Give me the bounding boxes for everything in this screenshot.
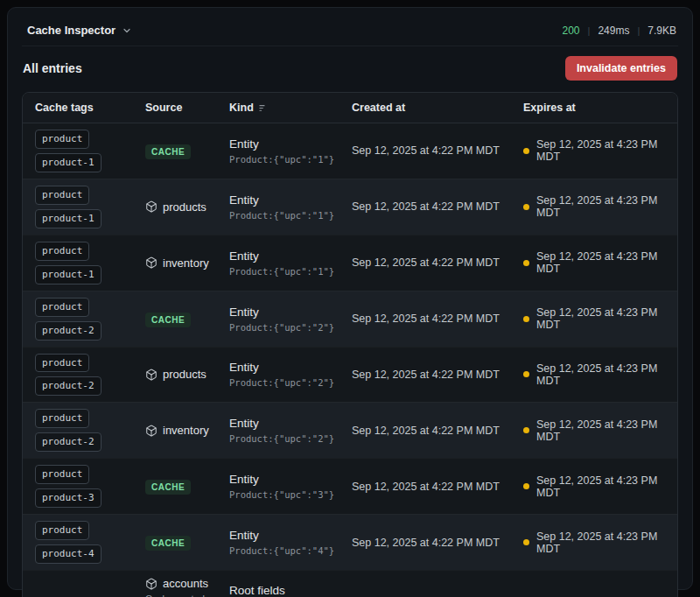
- expiry-dot: [523, 427, 529, 433]
- cache-tag-pill: product: [35, 242, 89, 261]
- created-at-cell: Sep 12, 2025 at 4:22 PM MDT: [352, 425, 523, 437]
- kind-detail: Product:{"upc":"2"}: [229, 377, 345, 388]
- expires-at-value: Sep 12, 2025 at 4:23 PM MDT: [536, 474, 670, 499]
- subgraph-name: products: [163, 368, 206, 381]
- cache-tags-cell: productproduct-1: [23, 242, 145, 284]
- table-row[interactable]: productproduct-1 products Entity Product…: [23, 179, 677, 235]
- subgraph-source: inventory: [145, 424, 222, 437]
- cache-tag-pill: product-2: [35, 321, 102, 341]
- stat-divider: |: [588, 25, 591, 36]
- kind-cell: Entity Product:{"upc":"4"}: [229, 529, 352, 556]
- chevron-down-icon: [122, 25, 132, 36]
- expiry-dot: [523, 148, 529, 154]
- kind-cell: Entity Product:{"upc":"2"}: [229, 417, 352, 444]
- source-cell: CACHE: [145, 311, 229, 327]
- cache-tag-pill: product: [35, 186, 89, 205]
- cache-tags-cell: productproduct-2: [23, 409, 145, 452]
- cache-inspector-dropdown[interactable]: Cache Inspector: [27, 24, 132, 37]
- expires-at-cell: –: [523, 591, 677, 597]
- expires-at-value: Sep 12, 2025 at 4:23 PM MDT: [536, 306, 670, 331]
- kind-label: Root fields: [229, 584, 345, 597]
- expires-at-cell: Sep 12, 2025 at 4:23 PM MDT: [523, 530, 677, 555]
- section-header: All entries Invalidate entries: [22, 56, 678, 81]
- cache-tag-pill: product-3: [35, 488, 102, 508]
- subgraph-icon: [145, 578, 158, 590]
- cache-entries-table: Cache tags Source Kind Created at Expire…: [22, 92, 678, 597]
- cache-tags-cell: productproduct-1: [23, 186, 145, 228]
- column-header-expires-at[interactable]: Expires at: [523, 93, 677, 123]
- kind-cell: Root fields recommendedProducts: [229, 584, 352, 597]
- table-row[interactable]: productproduct-2 products Entity Product…: [23, 347, 677, 403]
- subgraph-source: accounts: [145, 577, 222, 590]
- subgraph-source: products: [145, 200, 222, 214]
- created-at-cell: Sep 12, 2025 at 4:22 PM MDT: [352, 200, 523, 213]
- created-at-cell: Sep 12, 2025 at 4:22 PM MDT: [352, 369, 523, 381]
- expires-at-value: Sep 12, 2025 at 4:23 PM MDT: [536, 530, 670, 555]
- subgraph-name: accounts: [163, 577, 208, 590]
- created-at-cell: Sep 12, 2025 at 4:22 PM MDT: [352, 256, 523, 269]
- source-cell: products: [145, 200, 229, 214]
- column-header-cache-tags[interactable]: Cache tags: [23, 102, 145, 114]
- kind-label: Entity: [229, 249, 345, 263]
- cache-tag-pill: product: [35, 521, 89, 540]
- column-header-created-at[interactable]: Created at: [352, 93, 523, 123]
- table-row[interactable]: productproduct-2 inventory Entity Produc…: [23, 402, 677, 458]
- created-at-value: Sep 12, 2025 at 4:22 PM MDT: [352, 144, 500, 157]
- cache-tag-pill: product-1: [35, 265, 102, 284]
- kind-label: Entity: [229, 137, 345, 151]
- kind-label: Entity: [229, 473, 345, 486]
- kind-cell: Entity Product:{"upc":"1"}: [229, 193, 352, 221]
- subgraph-source: products: [145, 368, 222, 381]
- table-body: productproduct-1 CACHE Entity Product:{"…: [23, 123, 677, 597]
- created-at-value: Sep 12, 2025 at 4:22 PM MDT: [352, 481, 500, 493]
- created-at-value: –: [352, 591, 358, 597]
- table-row[interactable]: productproduct-1 inventory Entity Produc…: [23, 235, 677, 291]
- created-at-cell: Sep 12, 2025 at 4:22 PM MDT: [352, 313, 523, 325]
- source-cell: inventory: [145, 424, 229, 437]
- created-at-cell: –: [352, 591, 523, 597]
- source-cell: CACHE: [145, 143, 229, 159]
- table-row[interactable]: productproduct-1 CACHE Entity Product:{"…: [23, 123, 677, 179]
- response-size: 7.9KB: [648, 25, 676, 37]
- table-row[interactable]: productproduct-3 CACHE Entity Product:{"…: [23, 458, 677, 514]
- invalidate-entries-button[interactable]: Invalidate entries: [565, 56, 677, 81]
- expires-at-value: Sep 12, 2025 at 4:23 PM MDT: [536, 418, 670, 443]
- table-row[interactable]: productproduct-4 CACHE Entity Product:{"…: [23, 514, 677, 570]
- cache-source-badge: CACHE: [145, 480, 191, 495]
- kind-label: Entity: [229, 417, 345, 430]
- expires-at-cell: Sep 12, 2025 at 4:23 PM MDT: [523, 250, 677, 275]
- cache-tags-cell: productproduct-4: [23, 521, 145, 564]
- subgraph-source: inventory: [145, 256, 222, 270]
- created-at-cell: Sep 12, 2025 at 4:22 PM MDT: [352, 537, 523, 549]
- source-cell: accountsCache control:private: [145, 577, 229, 597]
- cache-tags-cell: productproduct-3: [23, 465, 145, 508]
- expires-at-cell: Sep 12, 2025 at 4:23 PM MDT: [523, 138, 677, 163]
- cache-tag-pill: product: [35, 298, 89, 317]
- subgraph-icon: [145, 256, 158, 269]
- cache-tag-pill: product-2: [35, 432, 102, 452]
- expiry-dot: [523, 316, 529, 322]
- source-cell: products: [145, 368, 229, 381]
- expiry-dot: [523, 204, 529, 210]
- table-header: Cache tags Source Kind Created at Expire…: [23, 93, 677, 123]
- source-cell: CACHE: [145, 534, 229, 551]
- table-row[interactable]: productproduct-2 CACHE Entity Product:{"…: [23, 291, 677, 347]
- column-header-source[interactable]: Source: [145, 93, 229, 123]
- subgraph-name: inventory: [163, 256, 209, 270]
- expiry-dot: [523, 539, 529, 545]
- stat-divider: |: [637, 25, 640, 36]
- table-row[interactable]: – accountsCache control:private Root fie…: [23, 570, 677, 597]
- cache-tag-pill: product-4: [35, 544, 102, 564]
- expiry-dot: [523, 483, 529, 489]
- cache-tags-cell: productproduct-1: [23, 130, 145, 172]
- created-at-cell: Sep 12, 2025 at 4:22 PM MDT: [352, 144, 523, 157]
- column-header-kind[interactable]: Kind: [229, 93, 352, 123]
- expires-at-cell: Sep 12, 2025 at 4:23 PM MDT: [523, 418, 677, 443]
- kind-cell: Entity Product:{"upc":"1"}: [229, 249, 352, 277]
- subgraph-icon: [145, 425, 158, 437]
- sort-icon[interactable]: [258, 103, 268, 113]
- status-code: 200: [563, 25, 580, 37]
- kind-cell: Entity Product:{"upc":"2"}: [229, 306, 352, 333]
- page-title: Cache Inspector: [27, 24, 116, 37]
- kind-label: Entity: [229, 306, 345, 319]
